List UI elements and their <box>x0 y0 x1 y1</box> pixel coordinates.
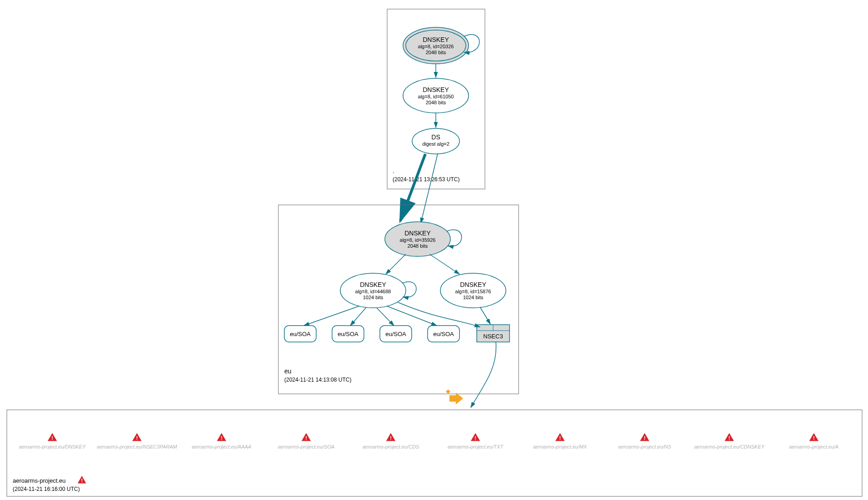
svg-text:alg=8, id=20326: alg=8, id=20326 <box>418 44 454 49</box>
error-item: !aeroarms-project.eu/SOA <box>278 433 335 449</box>
error-item: !aeroarms-project.eu/A <box>789 433 839 449</box>
svg-text:2048 bits: 2048 bits <box>426 50 446 55</box>
error-item: !aeroarms-project.eu/NSEC3PARAM <box>97 433 177 449</box>
svg-text:!: ! <box>51 435 53 441</box>
svg-text:!: ! <box>559 435 561 441</box>
error-label: aeroarms-project.eu/SOA <box>278 444 335 449</box>
svg-text:eu/SOA: eu/SOA <box>338 331 358 337</box>
dnssec-diagram: . (2024-11-21 13:26:53 UTC) DNSKEY alg=8… <box>0 0 868 500</box>
svg-text:alg=8, id=44688: alg=8, id=44688 <box>355 289 391 294</box>
error-item: !aeroarms-project.eu/CDNSKEY <box>694 433 765 449</box>
root-zone-timestamp: (2024-11-21 13:26:53 UTC) <box>393 176 459 183</box>
error-label: aeroarms-project.eu/NSEC3PARAM <box>97 444 177 449</box>
svg-text:DS: DS <box>431 133 440 141</box>
root-dnskey-ksk: DNSKEY alg=8, id=20326 2048 bits <box>403 27 479 64</box>
svg-text:eu/SOA: eu/SOA <box>290 331 311 337</box>
svg-text:eu/SOA: eu/SOA <box>433 331 454 337</box>
svg-text:!: ! <box>221 435 222 441</box>
eu-zone-label: eu <box>284 367 292 375</box>
error-label: aeroarms-project.eu/NS <box>618 444 671 449</box>
error-label: aeroarms-project.eu/MX <box>533 444 587 449</box>
svg-text:DNSKEY: DNSKEY <box>360 281 386 288</box>
svg-marker-38 <box>449 393 463 404</box>
svg-text:DNSKEY: DNSKEY <box>460 281 486 288</box>
svg-text:DNSKEY: DNSKEY <box>423 86 449 93</box>
error-item: !aeroarms-project.eu/DNSKEY <box>19 433 86 449</box>
eu-soa-1: eu/SOA <box>284 326 316 342</box>
svg-text:2048 bits: 2048 bits <box>426 100 446 105</box>
error-item: !aeroarms-project.eu/NS <box>618 433 671 449</box>
svg-text:DNSKEY: DNSKEY <box>423 36 449 43</box>
error-item: !aeroarms-project.eu/CDS <box>363 433 419 449</box>
eu-soa-2: eu/SOA <box>332 326 364 342</box>
target-domain-name: aeroarms-project.eu <box>13 477 66 484</box>
eu-nsec3: NSEC3 <box>477 325 510 342</box>
svg-text:!: ! <box>474 435 476 441</box>
svg-text:eu/SOA: eu/SOA <box>385 331 406 337</box>
svg-text:!: ! <box>305 435 307 441</box>
yellow-warning-arrow <box>446 389 463 404</box>
svg-text:alg=8, id=35926: alg=8, id=35926 <box>400 237 436 243</box>
svg-text:DNSKEY: DNSKEY <box>404 230 431 237</box>
eu-dnskey-zsk2: DNSKEY alg=8, id=15876 1024 bits <box>440 273 506 308</box>
svg-marker-39 <box>446 389 450 394</box>
eu-soa-3: eu/SOA <box>380 326 412 342</box>
eu-zone: eu (2024-11-21 14:13:08 UTC) DNSKEY alg=… <box>278 205 519 394</box>
target-zone: !aeroarms-project.eu/DNSKEY!aeroarms-pro… <box>7 410 862 496</box>
error-label: aeroarms-project.eu/TXT <box>448 444 504 449</box>
svg-text:1024 bits: 1024 bits <box>463 295 484 300</box>
error-label: aeroarms-project.eu/AAAA <box>192 444 252 449</box>
svg-text:digest alg=2: digest alg=2 <box>422 141 449 147</box>
root-zone-dot: . <box>393 167 394 174</box>
eu-soa-4: eu/SOA <box>428 326 459 342</box>
warning-icon: ! <box>77 475 86 484</box>
svg-text:NSEC3: NSEC3 <box>483 333 503 340</box>
error-item: !aeroarms-project.eu/AAAA <box>192 433 252 449</box>
error-label: aeroarms-project.eu/DNSKEY <box>19 444 86 449</box>
svg-text:!: ! <box>813 435 815 441</box>
error-item: !aeroarms-project.eu/TXT <box>448 433 504 449</box>
error-row: !aeroarms-project.eu/DNSKEY!aeroarms-pro… <box>19 433 839 449</box>
eu-dnskey-ksk: DNSKEY alg=8, id=35926 2048 bits <box>385 222 462 256</box>
target-zone-timestamp: (2024-11-21 16:16:00 UTC) <box>13 486 80 492</box>
root-ds: DS digest alg=2 <box>412 128 459 154</box>
error-item: !aeroarms-project.eu/MX <box>533 433 587 449</box>
svg-text:!: ! <box>81 478 83 483</box>
svg-text:!: ! <box>390 435 392 441</box>
error-label: aeroarms-project.eu/CDNSKEY <box>694 444 765 449</box>
svg-text:!: ! <box>136 435 138 441</box>
eu-dnskey-zsk1: DNSKEY alg=8, id=44688 1024 bits <box>340 273 416 308</box>
svg-text:alg=8, id=61050: alg=8, id=61050 <box>418 94 454 99</box>
svg-text:alg=8, id=15876: alg=8, id=15876 <box>455 289 491 294</box>
svg-text:!: ! <box>728 435 730 441</box>
svg-rect-40 <box>7 410 862 496</box>
target-domain-label-row: aeroarms-project.eu ! <box>13 475 86 484</box>
error-label: aeroarms-project.eu/A <box>789 444 839 449</box>
svg-text:1024 bits: 1024 bits <box>363 295 384 300</box>
root-dnskey-zsk: DNSKEY alg=8, id=61050 2048 bits <box>403 78 469 113</box>
svg-text:2048 bits: 2048 bits <box>408 243 428 249</box>
svg-text:!: ! <box>644 435 646 441</box>
root-zone: . (2024-11-21 13:26:53 UTC) DNSKEY alg=8… <box>387 9 485 189</box>
error-label: aeroarms-project.eu/CDS <box>363 444 419 449</box>
eu-zone-timestamp: (2024-11-21 14:13:08 UTC) <box>284 377 351 383</box>
